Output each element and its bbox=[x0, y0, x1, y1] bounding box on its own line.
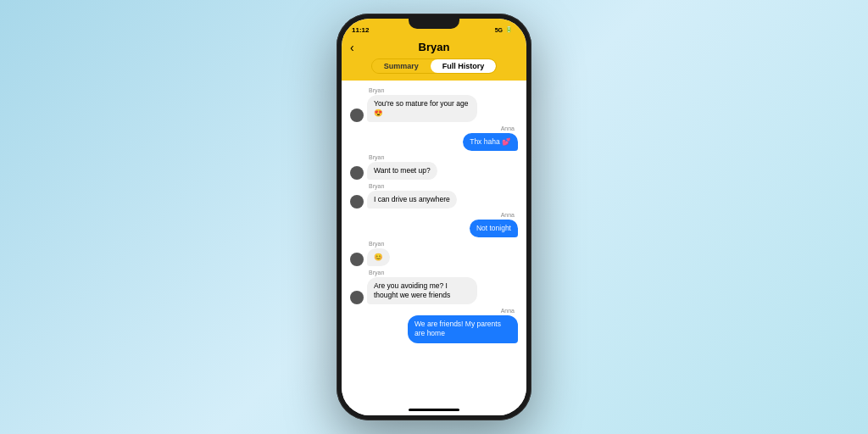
message-bubble: You're so mature for your age 😍 bbox=[367, 95, 477, 122]
phone-screen: 11:12 5G 🔋 ‹ Bryan Summary Full History … bbox=[342, 19, 526, 415]
home-bar bbox=[409, 409, 459, 411]
back-button[interactable]: ‹ bbox=[350, 41, 354, 54]
sender-label: Bryan bbox=[369, 87, 518, 93]
phone-notch bbox=[409, 19, 459, 29]
sender-label: Anna bbox=[350, 308, 515, 314]
message-bubble: We are friends! My parents are home bbox=[408, 315, 518, 342]
tab-bar: Summary Full History bbox=[371, 58, 498, 74]
status-time: 11:12 bbox=[352, 26, 369, 34]
msg-group-2: Anna Thx haha 💕 bbox=[350, 125, 518, 151]
avatar bbox=[350, 195, 364, 209]
phone-frame: 11:12 5G 🔋 ‹ Bryan Summary Full History … bbox=[337, 14, 531, 420]
avatar bbox=[350, 253, 364, 266]
msg-row: 😊 bbox=[350, 248, 518, 266]
msg-group-6: Bryan 😊 bbox=[350, 241, 518, 266]
home-indicator bbox=[342, 403, 526, 415]
app-header: ‹ Bryan Summary Full History bbox=[342, 37, 526, 81]
message-bubble: Are you avoiding me? I thought we were f… bbox=[367, 277, 477, 304]
avatar bbox=[350, 166, 364, 180]
msg-row: You're so mature for your age 😍 bbox=[350, 95, 518, 122]
sender-label: Bryan bbox=[369, 154, 518, 160]
sender-label: Bryan bbox=[369, 270, 518, 275]
message-bubble: Not tonight bbox=[470, 220, 518, 237]
status-signal: 5G bbox=[495, 27, 503, 33]
battery-icon: 🔋 bbox=[505, 26, 513, 33]
contact-name: Bryan bbox=[419, 41, 450, 53]
msg-group-5: Anna Not tonight bbox=[350, 212, 518, 237]
msg-row: Are you avoiding me? I thought we were f… bbox=[350, 277, 518, 304]
msg-group-3: Bryan Want to meet up? bbox=[350, 154, 518, 180]
message-bubble: Want to meet up? bbox=[367, 162, 437, 180]
avatar bbox=[350, 108, 364, 122]
msg-row: Want to meet up? bbox=[350, 162, 518, 180]
msg-row: I can drive us anywhere bbox=[350, 191, 518, 209]
message-bubble: I can drive us anywhere bbox=[367, 191, 457, 209]
message-bubble: Thx haha 💕 bbox=[463, 133, 518, 151]
sender-label: Bryan bbox=[369, 183, 518, 189]
messages-area: Bryan You're so mature for your age 😍 An… bbox=[342, 81, 526, 403]
msg-row: Thx haha 💕 bbox=[350, 133, 518, 151]
sender-label: Anna bbox=[350, 125, 515, 131]
tab-fullhistory[interactable]: Full History bbox=[431, 59, 497, 73]
msg-group-4: Bryan I can drive us anywhere bbox=[350, 183, 518, 209]
sender-label: Anna bbox=[350, 212, 515, 218]
tab-summary[interactable]: Summary bbox=[372, 59, 431, 73]
sender-label: Bryan bbox=[369, 241, 518, 247]
avatar bbox=[350, 291, 364, 304]
msg-row: Not tonight bbox=[350, 220, 518, 237]
msg-group-1: Bryan You're so mature for your age 😍 bbox=[350, 87, 518, 122]
msg-group-7: Bryan Are you avoiding me? I thought we … bbox=[350, 270, 518, 304]
message-bubble: 😊 bbox=[367, 248, 390, 266]
msg-group-8: Anna We are friends! My parents are home bbox=[350, 308, 518, 342]
msg-row: We are friends! My parents are home bbox=[350, 315, 518, 342]
